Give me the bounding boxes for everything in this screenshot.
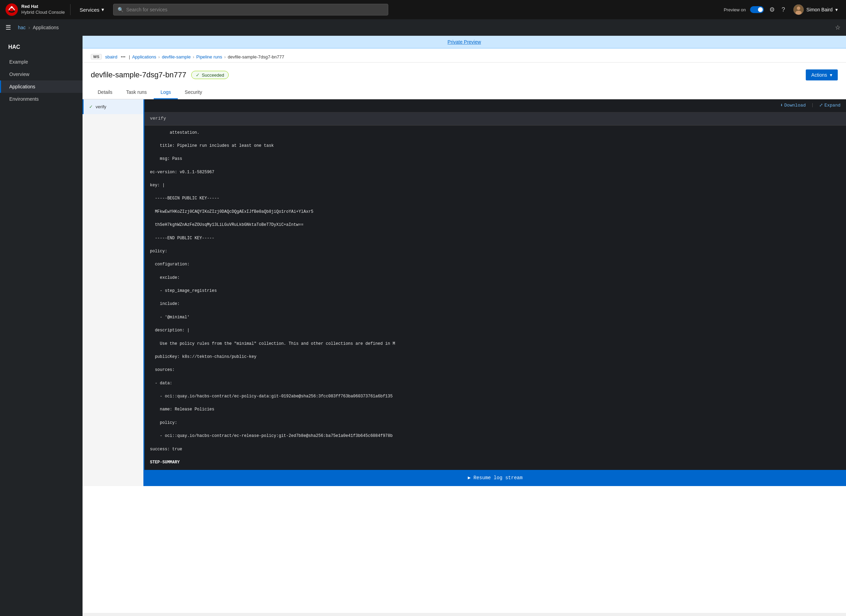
expand-log-link[interactable]: ⤢ Expand — [819, 102, 840, 109]
resume-label: Resume log stream — [474, 474, 523, 482]
log-terminal[interactable]: ⬇ Download | ⤢ Expand verify attestation… — [144, 99, 846, 486]
hamburger-menu-icon[interactable]: ☰ — [6, 24, 11, 31]
sbaird-breadcrumb-link[interactable]: sbaird — [105, 54, 117, 59]
user-chevron-icon: ▾ — [835, 7, 838, 12]
log-line-13: include: — [150, 301, 179, 306]
inner-breadcrumb-sep-3: › — [224, 54, 226, 59]
brand-name-bottom: Hybrid Cloud Console — [21, 10, 65, 15]
preview-toggle[interactable] — [750, 6, 764, 13]
main-content: Private Preview WS sbaird ••• | Applicat… — [82, 36, 846, 616]
inner-breadcrumb-sep-2: › — [192, 54, 194, 59]
current-breadcrumb: devfile-sample-7dsg7-bn777 — [228, 54, 284, 59]
status-label: Succeeded — [202, 73, 224, 78]
succeeded-check-icon: ✓ — [196, 72, 200, 78]
download-label: Download — [784, 102, 806, 109]
avatar — [793, 4, 804, 15]
favorite-star-icon[interactable]: ☆ — [835, 24, 840, 31]
settings-button[interactable]: ⚙ — [768, 4, 776, 15]
inner-breadcrumb: WS sbaird ••• | Applications › devfile-s… — [82, 48, 846, 63]
svg-point-6 — [795, 11, 802, 15]
private-preview-link[interactable]: Private Preview — [447, 39, 481, 45]
log-line-12: - step_image_registries — [150, 288, 217, 293]
services-button[interactable]: Services ▾ — [76, 4, 108, 15]
tabs: Details Task runs Logs Security — [82, 86, 846, 99]
nav-right: Preview on ⚙ ? Simon Baird ▾ — [724, 3, 840, 16]
user-name: Simon Baird — [806, 7, 833, 12]
tab-details[interactable]: Details — [91, 86, 119, 99]
expand-label: Expand — [824, 102, 840, 109]
devfile-sample-breadcrumb-link[interactable]: devfile-sample — [162, 54, 191, 59]
page-title-left: devfile-sample-7dsg7-bn777 ✓ Succeeded — [91, 70, 229, 79]
log-line-3: ec-version: v0.1.1-5825967 — [150, 170, 214, 175]
sidebar-item-overview[interactable]: Overview — [0, 68, 82, 81]
sidebar-item-environments[interactable]: Environments — [0, 93, 82, 105]
sidebar-item-example[interactable]: Example — [0, 56, 82, 68]
log-line-5: -----BEGIN PUBLIC KEY----- — [150, 196, 219, 201]
log-line-16: Use the policy rules from the "minimal" … — [150, 341, 395, 346]
search-bar[interactable]: 🔍 — [113, 4, 388, 15]
log-line-0: attestation. — [150, 130, 200, 135]
log-task-item-verify[interactable]: ✓ verify — [82, 99, 143, 114]
log-line-21: name: Release Policies — [150, 407, 214, 412]
breadcrumb-bar: ☰ hac › Applications ☆ — [0, 19, 846, 36]
log-line-9: policy: — [150, 249, 167, 254]
search-icon: 🔍 — [118, 7, 123, 12]
play-icon: ▶ — [468, 474, 470, 482]
settings-icon: ⚙ — [769, 6, 775, 13]
log-task-panel: ✓ verify — [82, 99, 144, 486]
actions-chevron-icon: ▾ — [830, 72, 832, 78]
log-line-7: thSeH7kghWZnAzFeZOUsqMy13LiLGuVRuLkbGNkt… — [150, 222, 303, 227]
log-line-11: exclude: — [150, 275, 179, 280]
sidebar-title: HAC — [0, 41, 82, 56]
pipeline-runs-breadcrumb-link[interactable]: Pipeline runs — [196, 54, 222, 59]
log-line-15: description: | — [150, 328, 189, 333]
help-button[interactable]: ? — [780, 5, 787, 15]
log-line-20: - oci::quay.io/hacbs-contract/ec-policy-… — [150, 394, 393, 399]
log-action-separator: | — [811, 102, 814, 109]
log-line-23: - oci::quay.io/hacbs-contract/ec-release… — [150, 433, 393, 438]
redhat-logo-icon — [6, 3, 18, 16]
services-chevron-icon: ▾ — [101, 7, 104, 13]
user-menu[interactable]: Simon Baird ▾ — [791, 3, 840, 16]
page-title: devfile-sample-7dsg7-bn777 — [91, 70, 187, 79]
top-nav: Red Hat Hybrid Cloud Console Services ▾ … — [0, 0, 846, 19]
page-inner: WS sbaird ••• | Applications › devfile-s… — [82, 48, 846, 613]
brand-logo-area[interactable]: Red Hat Hybrid Cloud Console — [6, 3, 65, 16]
app-layout: HAC Example Overview Applications Enviro… — [0, 36, 846, 616]
log-line-19: - data: — [150, 381, 172, 386]
breadcrumb-separator-1: › — [29, 25, 30, 30]
status-badge: ✓ Succeeded — [191, 71, 229, 79]
tab-task-runs[interactable]: Task runs — [119, 86, 154, 99]
sidebar: HAC Example Overview Applications Enviro… — [0, 36, 82, 616]
log-line-2: msg: Pass — [150, 156, 182, 161]
log-line-24: success: true — [150, 447, 182, 452]
log-step-summary: STEP-SUMMARY — [150, 460, 179, 465]
log-line-4: key: | — [150, 183, 165, 188]
log-line-17: publicKey: k8s://tekton-chains/public-ke… — [150, 354, 257, 359]
log-panel: ✓ verify ⬇ Download | ⤢ — [82, 99, 846, 486]
inner-breadcrumb-sep-1: › — [158, 54, 160, 59]
tab-logs[interactable]: Logs — [154, 86, 178, 99]
actions-button[interactable]: Actions ▾ — [806, 69, 838, 81]
sidebar-item-applications[interactable]: Applications — [0, 81, 82, 93]
applications-breadcrumb: Applications — [33, 25, 59, 30]
log-line-1: title: Pipeline run includes at least on… — [150, 143, 274, 148]
breadcrumb-pipe: | — [129, 54, 130, 59]
help-icon: ? — [782, 6, 785, 13]
log-line-10: configuration: — [150, 262, 189, 267]
tab-security[interactable]: Security — [178, 86, 209, 99]
applications-inner-breadcrumb-link[interactable]: Applications — [132, 54, 156, 59]
download-log-link[interactable]: ⬇ Download — [780, 102, 806, 109]
private-preview-banner: Private Preview — [82, 36, 846, 48]
page-title-row: devfile-sample-7dsg7-bn777 ✓ Succeeded A… — [82, 63, 846, 81]
log-line-18: sources: — [150, 367, 175, 372]
log-line-22: policy: — [150, 420, 177, 425]
search-input[interactable] — [126, 7, 384, 12]
hac-breadcrumb-link[interactable]: hac — [18, 25, 26, 30]
download-icon: ⬇ — [780, 102, 783, 109]
task-check-icon: ✓ — [89, 104, 93, 109]
resume-log-bar[interactable]: ▶ Resume log stream — [144, 470, 846, 486]
log-line-6: MFkwEwYHKoZIzj0CAQYIKoZIzj0DAQcDQgAExIJf… — [150, 209, 313, 214]
brand-name-top: Red Hat — [21, 4, 65, 10]
nav-divider — [70, 4, 70, 15]
